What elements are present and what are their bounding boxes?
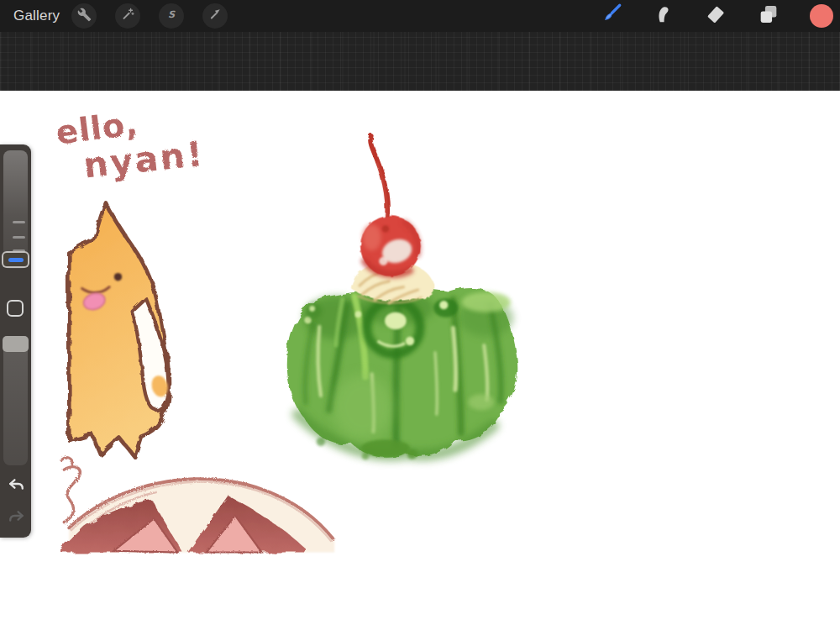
undo-icon	[6, 474, 27, 498]
selection-glyph: S	[168, 9, 176, 20]
eraser-icon	[704, 3, 727, 29]
gallery-button[interactable]: Gallery	[13, 8, 60, 24]
procreate-app: Gallery S	[0, 0, 840, 630]
brush-sidebar	[0, 144, 31, 538]
opacity-slider[interactable]	[3, 337, 28, 465]
layers-tool-button[interactable]	[754, 2, 783, 30]
selection-button[interactable]: S	[159, 3, 184, 29]
undo-button[interactable]	[5, 475, 27, 496]
caption-text: ello, nyan!	[54, 104, 207, 186]
cherry-stem	[370, 136, 387, 228]
brush-size-value-bar	[8, 258, 24, 262]
slider-tick	[13, 236, 25, 239]
layers-icon	[757, 3, 780, 29]
top-toolbar: Gallery S	[0, 0, 840, 32]
brush-size-handle[interactable]	[2, 251, 29, 268]
paint-tool-button[interactable]	[596, 2, 625, 30]
opacity-handle[interactable]	[3, 336, 29, 352]
magic-wand-icon	[120, 7, 135, 25]
transform-button[interactable]	[202, 3, 228, 29]
modify-button[interactable]	[7, 300, 24, 317]
smudge-icon	[652, 3, 675, 29]
redo-icon	[6, 506, 27, 530]
artwork: ello, nyan!	[0, 91, 840, 630]
doodle-squiggle	[64, 467, 80, 522]
adjustments-button[interactable]	[115, 3, 140, 29]
slider-tick	[13, 221, 25, 223]
cat-character-drawing	[69, 203, 170, 457]
transform-arrow-icon	[207, 7, 223, 25]
redo-button[interactable]	[5, 507, 27, 528]
cherry-drawing	[360, 136, 421, 276]
selection-s-icon: S	[164, 7, 179, 25]
brush-icon	[598, 2, 623, 30]
drawing-canvas[interactable]: ello, nyan!	[0, 91, 840, 630]
wrench-icon	[77, 8, 92, 25]
eraser-tool-button[interactable]	[701, 2, 730, 30]
actions-button[interactable]	[71, 3, 97, 29]
cat-eye	[114, 273, 122, 281]
workspace-background	[0, 32, 840, 91]
bun-with-ears-drawing	[60, 458, 334, 553]
color-swatch-circle[interactable]	[810, 4, 833, 28]
smudge-tool-button[interactable]	[649, 2, 678, 30]
jelly-dessert-drawing	[287, 288, 518, 459]
